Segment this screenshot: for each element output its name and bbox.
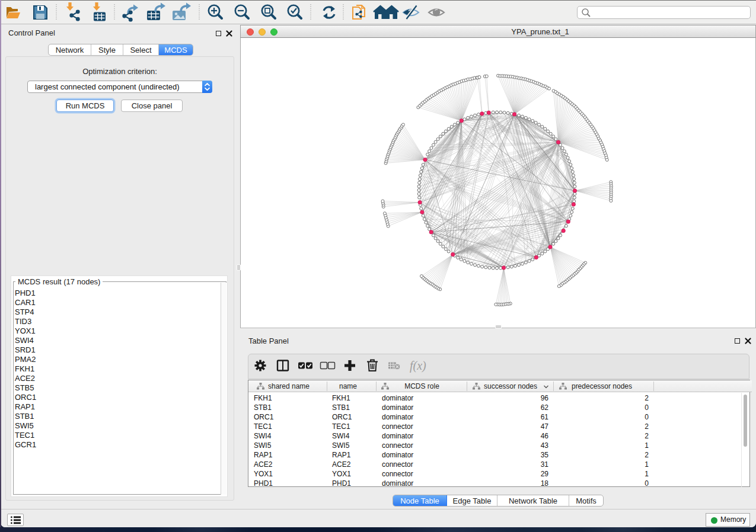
svg-text:f(x): f(x) — [410, 359, 426, 373]
